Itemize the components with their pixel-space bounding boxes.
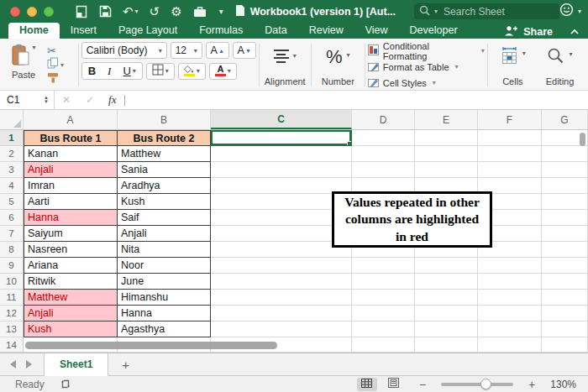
row-header-6[interactable]: 6: [0, 210, 24, 226]
row-header-9[interactable]: 9: [0, 258, 24, 274]
conditional-formatting-button[interactable]: Conditional Formatting▾: [368, 44, 485, 57]
cell-E14[interactable]: [415, 337, 478, 353]
new-workbook-icon[interactable]: [76, 5, 88, 18]
cell-E10[interactable]: [415, 274, 478, 290]
cells-group[interactable]: ▾ Cells: [491, 42, 535, 88]
page-layout-view-button[interactable]: [384, 378, 404, 391]
row-header-10[interactable]: 10: [0, 274, 24, 290]
tab-formulas[interactable]: Formulas: [188, 23, 254, 39]
tab-view[interactable]: View: [354, 23, 399, 39]
cell-C6[interactable]: [211, 210, 352, 226]
collapse-ribbon-chevron-icon[interactable]: [570, 29, 580, 35]
cell-B7[interactable]: Anjali: [118, 226, 211, 242]
cell-E9[interactable]: [415, 258, 478, 274]
cell-B8[interactable]: Nita: [118, 242, 211, 258]
cell-D11[interactable]: [352, 290, 415, 306]
cell-G5[interactable]: [542, 194, 588, 210]
tab-developer[interactable]: Developer: [399, 23, 469, 39]
cell-B13[interactable]: Agasthya: [118, 321, 211, 337]
annotation-textbox[interactable]: Values repeated in other columns are hig…: [332, 191, 492, 248]
cell-A9[interactable]: Ariana: [24, 258, 118, 274]
cell-A5[interactable]: Aarti: [24, 194, 118, 210]
column-header-B[interactable]: B: [118, 110, 211, 129]
number-group[interactable]: % ▾ Number: [314, 42, 362, 88]
editing-group[interactable]: ▾ Editing: [535, 42, 585, 88]
name-box-stepper[interactable]: ▲▼: [44, 96, 54, 104]
cell-D2[interactable]: [352, 146, 415, 162]
cell-B4[interactable]: Aradhya: [118, 178, 211, 194]
grow-font-button[interactable]: A▲: [206, 42, 229, 59]
cell-C7[interactable]: [211, 226, 352, 242]
cell-B2[interactable]: Matthew: [118, 146, 211, 162]
font-color-button[interactable]: A ▾: [209, 63, 237, 80]
column-header-E[interactable]: E: [415, 110, 478, 129]
cell-D12[interactable]: [352, 306, 415, 321]
normal-view-button[interactable]: [357, 378, 377, 391]
cell-F11[interactable]: [478, 290, 542, 306]
cell-A10[interactable]: Ritwik: [24, 274, 118, 290]
zoom-slider[interactable]: [441, 383, 513, 386]
column-header-A[interactable]: A: [24, 110, 118, 129]
next-sheet-arrow-icon[interactable]: [26, 360, 32, 368]
add-sheet-button[interactable]: +: [108, 358, 143, 372]
fullscreen-button[interactable]: [44, 7, 54, 17]
cell-E3[interactable]: [415, 162, 478, 178]
cell-F12[interactable]: [478, 306, 542, 321]
row-header-14[interactable]: 14: [0, 337, 24, 353]
underline-button[interactable]: U▾: [117, 63, 141, 79]
horizontal-scrollbar[interactable]: [25, 342, 277, 349]
cell-A13[interactable]: Kush: [24, 321, 118, 337]
cell-A7[interactable]: Saiyum: [24, 226, 118, 242]
column-header-F[interactable]: F: [478, 110, 542, 129]
cell-G9[interactable]: [542, 258, 588, 274]
cell-C1[interactable]: [211, 130, 352, 146]
format-painter-button[interactable]: [47, 73, 64, 85]
cell-D10[interactable]: [352, 274, 415, 290]
cell-C2[interactable]: [211, 146, 352, 162]
cell-G8[interactable]: [542, 242, 588, 258]
minimize-button[interactable]: [27, 7, 37, 17]
cell-D3[interactable]: [352, 162, 415, 178]
cell-F9[interactable]: [478, 258, 542, 274]
cell-A3[interactable]: Anjali: [24, 162, 118, 178]
cell-F1[interactable]: [478, 130, 542, 146]
shrink-font-button[interactable]: A▼: [233, 42, 256, 59]
zoom-level[interactable]: 130%: [543, 379, 588, 390]
cell-C11[interactable]: [211, 290, 352, 306]
cell-F3[interactable]: [478, 162, 542, 178]
zoom-out-button[interactable]: −: [411, 378, 434, 391]
cancel-icon[interactable]: ✕: [55, 94, 78, 106]
cell-D9[interactable]: [352, 258, 415, 274]
cell-styles-button[interactable]: Cell Styles▾: [368, 76, 436, 89]
cell-G13[interactable]: [542, 321, 588, 337]
paste-button[interactable]: ▾ Paste: [5, 44, 42, 81]
cell-F10[interactable]: [478, 274, 542, 290]
cell-G10[interactable]: [542, 274, 588, 290]
font-size-select[interactable]: 12▾: [171, 42, 202, 59]
column-header-D[interactable]: D: [352, 110, 415, 129]
cut-button[interactable]: ✂: [47, 44, 64, 56]
cell-E13[interactable]: [415, 321, 478, 337]
fill-color-button[interactable]: ▾: [178, 63, 206, 80]
sheet-tab-sheet1[interactable]: Sheet1: [44, 353, 108, 376]
row-header-2[interactable]: 2: [0, 146, 24, 162]
cell-G4[interactable]: [542, 178, 588, 194]
cell-C4[interactable]: [211, 178, 352, 194]
cell-G11[interactable]: [542, 290, 588, 306]
cell-C12[interactable]: [211, 306, 352, 321]
save-icon[interactable]: [99, 5, 112, 18]
italic-button[interactable]: I: [102, 63, 117, 79]
cell-F2[interactable]: [478, 146, 542, 162]
cell-A11[interactable]: Matthew: [24, 290, 118, 306]
feedback-smiley-icon[interactable]: [559, 3, 574, 20]
row-header-5[interactable]: 5: [0, 194, 24, 210]
row-header-4[interactable]: 4: [0, 178, 24, 194]
cell-E12[interactable]: [415, 306, 478, 321]
font-name-select[interactable]: Calibri (Body)▾: [81, 42, 167, 59]
cell-B3[interactable]: Sania: [118, 162, 211, 178]
row-header-11[interactable]: 11: [0, 290, 24, 306]
cell-D1[interactable]: [352, 130, 415, 146]
cell-G2[interactable]: [542, 146, 588, 162]
vertical-scrollbar[interactable]: [580, 133, 585, 146]
cell-C5[interactable]: [211, 194, 352, 210]
